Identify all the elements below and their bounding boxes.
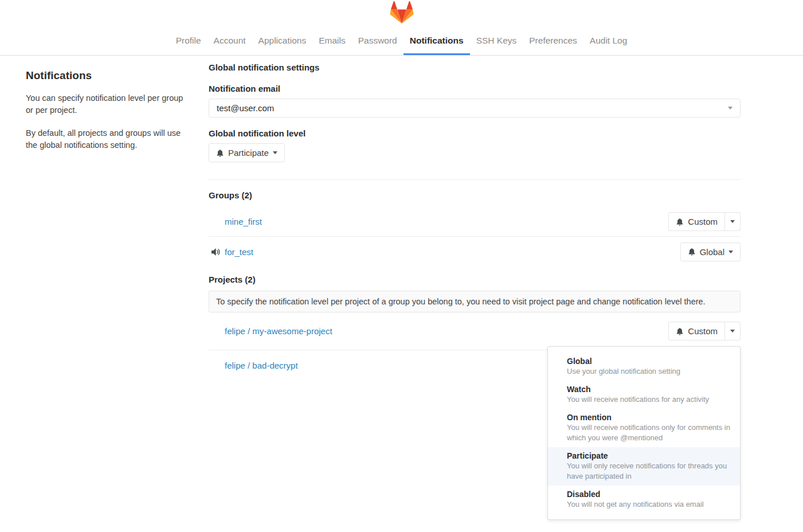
menu-item-title: Disabled [567,489,735,499]
project-link-my-awesome-project[interactable]: felipe / my-awesome-project [225,326,332,336]
tab-profile[interactable]: Profile [170,29,207,55]
menu-item-disabled[interactable]: Disabled You will not get any notificati… [548,486,740,514]
menu-item-description: You will not get any notifications via e… [567,499,735,510]
project-level-split-button: Custom [668,322,741,341]
tab-emails[interactable]: Emails [312,29,352,55]
projects-note: To specify the notification level per pr… [209,291,741,312]
tab-notifications[interactable]: Notifications [404,29,470,55]
global-level-button[interactable]: Participate [209,143,285,162]
notification-level-menu: Global Use your global notification sett… [547,346,741,520]
sidebar-description-2: By default, all projects and groups will… [26,127,190,151]
tab-ssh-keys[interactable]: SSH Keys [470,29,523,55]
group-level-button-mine-first[interactable]: Custom [668,212,725,231]
section-divider [209,179,741,180]
project-level-caret-button-my-awesome-project[interactable] [725,322,741,341]
group-link-mine-first[interactable]: mine_first [225,217,262,226]
sidebar-description-1: You can specify notification level per g… [26,92,190,116]
tab-preferences[interactable]: Preferences [523,29,583,55]
group-level-caret-button-mine-first[interactable] [725,212,741,231]
menu-item-on-mention[interactable]: On mention You will receive notification… [548,409,740,447]
menu-item-title: On mention [567,412,735,423]
gitlab-logo-icon[interactable] [389,1,415,25]
notification-email-label: Notification email [209,84,741,93]
global-level-value: Participate [228,148,269,158]
group-link-for-test[interactable]: for_test [225,247,253,257]
chevron-down-icon [730,220,735,223]
profile-settings-nav: Profile Account Applications Emails Pass… [0,29,803,55]
global-settings-heading: Global notification settings [209,62,741,72]
tab-password[interactable]: Password [352,29,404,55]
menu-item-description: You will receive notifications for any a… [567,394,735,405]
volume-up-icon [211,248,225,256]
global-level-label: Global notification level [209,128,741,138]
group-row-for-test: for_test Global [209,237,741,267]
menu-item-participate[interactable]: Participate You will only receive notifi… [548,447,740,486]
group-level-button-for-test[interactable]: Global [680,242,741,261]
menu-item-description: You will receive notifications only for … [567,423,735,443]
menu-item-title: Participate [567,451,735,461]
tab-account[interactable]: Account [207,29,252,55]
project-level-value: Custom [688,326,718,336]
group-level-value: Global [700,247,724,257]
notifications-sidebar: Notifications You can specify notificati… [0,56,209,380]
notification-email-value: test@user.com [217,103,274,113]
notification-email-select[interactable]: test@user.com [209,99,741,118]
menu-item-watch[interactable]: Watch You will receive notifications for… [548,381,740,409]
group-row-mine-first: mine_first Custom [209,207,741,237]
bell-icon [688,248,696,256]
projects-heading: Projects (2) [209,275,741,284]
menu-item-title: Watch [567,384,735,394]
chevron-down-icon [273,151,277,154]
project-level-button-my-awesome-project[interactable]: Custom [668,322,725,341]
menu-item-title: Global [567,356,735,366]
menu-item-global[interactable]: Global Use your global notification sett… [548,353,740,381]
tab-audit-log[interactable]: Audit Log [583,29,634,55]
chevron-down-icon [728,251,733,253]
tab-applications[interactable]: Applications [252,29,313,55]
notifications-content: Global notification settings Notificatio… [209,56,741,380]
groups-heading: Groups (2) [209,190,741,200]
bell-icon [216,149,224,157]
page-title: Notifications [26,69,190,82]
group-level-value: Custom [688,217,718,226]
group-level-split-button: Custom [668,212,741,231]
profile-settings-header: Profile Account Applications Emails Pass… [0,0,803,56]
bell-icon [676,218,684,226]
menu-item-description: Use your global notification setting [567,366,735,377]
bell-icon [676,327,684,335]
select-caret-icon [728,107,733,109]
menu-item-description: You will only receive notifications for … [567,461,735,482]
project-link-bad-decrypt[interactable]: felipe / bad-decrypt [225,361,298,370]
chevron-down-icon [730,330,735,332]
project-row-my-awesome-project: felipe / my-awesome-project Custom [209,312,741,350]
